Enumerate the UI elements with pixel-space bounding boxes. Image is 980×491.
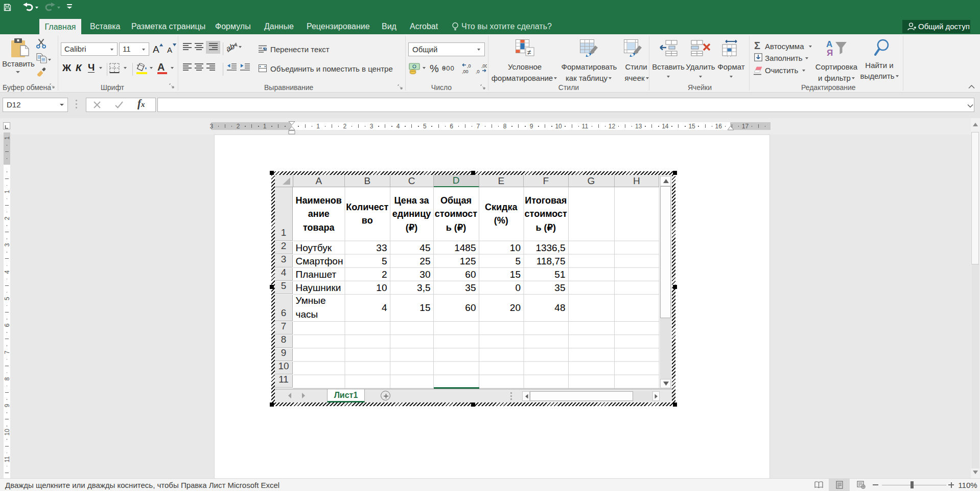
svg-text:ab: ab bbox=[226, 41, 236, 53]
svg-text:≠: ≠ bbox=[527, 48, 531, 56]
svg-text:,00: ,00 bbox=[481, 63, 487, 69]
svg-text:,0: ,0 bbox=[476, 69, 480, 74]
svg-text:,00: ,00 bbox=[462, 69, 469, 74]
svg-text:,0: ,0 bbox=[467, 63, 471, 69]
